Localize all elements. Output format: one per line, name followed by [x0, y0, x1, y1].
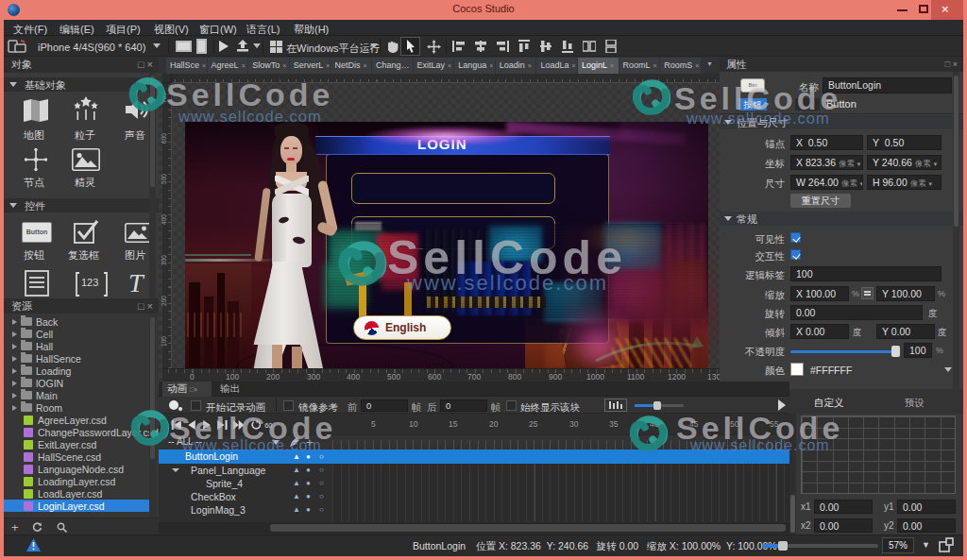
- svg-text:123: 123: [81, 277, 98, 288]
- svg-text:60: 60: [264, 421, 272, 430]
